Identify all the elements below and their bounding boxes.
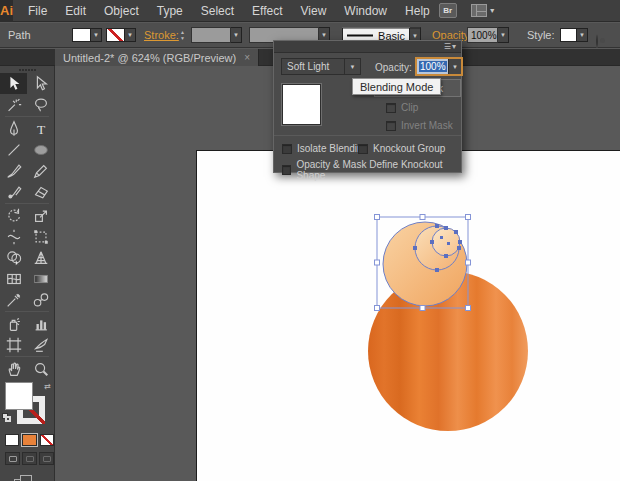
- menu-item-file[interactable]: File: [19, 0, 56, 22]
- tool-paintbrush[interactable]: [0, 160, 27, 181]
- none-button[interactable]: [40, 434, 54, 446]
- slice-icon: [32, 336, 50, 354]
- invert-mask-checkbox[interactable]: Invert Mask: [386, 120, 453, 131]
- style-select[interactable]: ▼: [560, 28, 588, 42]
- tool-zoom[interactable]: [27, 358, 54, 379]
- document-tab[interactable]: Untitled-2* @ 624% (RGB/Preview) ×: [55, 49, 259, 66]
- toolbar-separator: [5, 203, 49, 204]
- invert-mask-checkbox-box[interactable]: [386, 121, 396, 131]
- scale-icon: [32, 207, 50, 225]
- tool-artboard[interactable]: [0, 334, 27, 355]
- stroke-dropdown-arrow[interactable]: ▼: [125, 28, 136, 42]
- document-tab-title: Untitled-2* @ 624% (RGB/Preview): [63, 52, 236, 64]
- blend-mode-select[interactable]: Soft Light ▼: [281, 58, 361, 75]
- tool-direct-selection[interactable]: [27, 73, 54, 94]
- tool-perspective-grid[interactable]: [27, 247, 54, 268]
- tool-shape-builder[interactable]: [0, 247, 27, 268]
- tab-close-icon[interactable]: ×: [244, 52, 250, 63]
- opacity-select[interactable]: 100% ▼: [467, 27, 509, 43]
- tools-panel: T ⇄: [0, 66, 55, 481]
- panel-opacity-field[interactable]: 100% ▼: [415, 57, 463, 76]
- tool-ellipse[interactable]: [27, 139, 54, 160]
- clip-checkbox[interactable]: Clip: [386, 102, 418, 113]
- swap-fill-stroke-icon[interactable]: ⇄: [44, 382, 51, 391]
- tool-width[interactable]: [0, 226, 27, 247]
- panel-header[interactable]: ☰▾: [274, 41, 461, 53]
- gradient-button[interactable]: [22, 434, 36, 446]
- orange-circle-artwork[interactable]: [368, 271, 528, 431]
- draw-behind-button[interactable]: [22, 452, 37, 465]
- magic-wand-icon: [5, 96, 23, 114]
- default-fill-stroke-icon[interactable]: [2, 413, 12, 423]
- color-type-row: [0, 430, 54, 446]
- knockout-group-checkbox[interactable]: Knockout Group: [358, 143, 445, 154]
- style-dropdown-arrow[interactable]: ▼: [577, 28, 588, 42]
- isolate-blending-checkbox[interactable]: Isolate Blending: [282, 143, 368, 154]
- menu-item-help[interactable]: Help: [396, 0, 439, 22]
- screen-mode-button[interactable]: [14, 475, 32, 481]
- fill-swatch[interactable]: [72, 28, 91, 42]
- stroke-color-picker[interactable]: ▼: [106, 28, 136, 42]
- isolate-blending-checkbox-box[interactable]: [282, 144, 292, 154]
- selection-type-label: Path: [8, 29, 31, 41]
- panel-opacity-arrow-icon[interactable]: ▼: [448, 59, 461, 74]
- stroke-weight-field[interactable]: [191, 27, 231, 43]
- style-swatch[interactable]: [560, 28, 577, 42]
- fill-color-picker[interactable]: ▼: [72, 28, 102, 42]
- tool-pen[interactable]: [0, 118, 27, 139]
- tool-lasso[interactable]: [27, 94, 54, 115]
- object-thumbnail[interactable]: [282, 84, 321, 125]
- clip-checkbox-box[interactable]: [386, 103, 396, 113]
- draw-inside-button[interactable]: [39, 452, 54, 465]
- menu-item-view[interactable]: View: [292, 0, 336, 22]
- tool-column-graph[interactable]: [27, 313, 54, 334]
- stroke-weight-select[interactable]: ▼: [191, 27, 242, 43]
- blend-icon: [32, 291, 50, 309]
- fill-indicator[interactable]: [5, 382, 33, 410]
- tool-mesh[interactable]: [0, 268, 27, 289]
- tool-magic-wand[interactable]: [0, 94, 27, 115]
- workspace-switcher[interactable]: ▼: [471, 4, 496, 17]
- tool-slice[interactable]: [27, 334, 54, 355]
- tool-eraser[interactable]: [27, 181, 54, 202]
- tool-scale[interactable]: [27, 205, 54, 226]
- tool-symbol-sprayer[interactable]: [0, 313, 27, 334]
- chevron-down-icon: ▼: [489, 7, 496, 14]
- opacity-dropdown-arrow[interactable]: ▼: [498, 27, 509, 43]
- toolbar-grip[interactable]: [0, 66, 54, 73]
- tool-hand[interactable]: [0, 358, 27, 379]
- control-bar-options-icon[interactable]: [596, 34, 598, 48]
- stroke-weight-stepper[interactable]: ▲▼: [180, 30, 185, 41]
- tool-rotate[interactable]: [0, 205, 27, 226]
- fill-stroke-indicator: ⇄: [0, 382, 54, 430]
- color-button[interactable]: [5, 434, 19, 446]
- menu-item-type[interactable]: Type: [148, 0, 192, 22]
- stroke-weight-arrow[interactable]: ▼: [231, 27, 242, 43]
- menu-item-effect[interactable]: Effect: [243, 0, 291, 22]
- panel-menu-icon[interactable]: ☰▾: [444, 43, 457, 51]
- tool-eyedropper[interactable]: [0, 289, 27, 310]
- knockout-shape-checkbox[interactable]: Opacity & Mask Define Knockout Shape: [282, 159, 461, 181]
- tool-blend[interactable]: [27, 289, 54, 310]
- tool-free-transform[interactable]: [27, 226, 54, 247]
- menu-item-object[interactable]: Object: [95, 0, 148, 22]
- tool-selection[interactable]: [0, 73, 27, 94]
- tool-type[interactable]: T: [27, 118, 54, 139]
- knockout-group-checkbox-box[interactable]: [358, 144, 368, 154]
- stroke-link[interactable]: Stroke:: [144, 29, 179, 41]
- tool-pencil[interactable]: [27, 160, 54, 181]
- tool-blob-brush[interactable]: [0, 181, 27, 202]
- knockout-shape-checkbox-box[interactable]: [282, 165, 291, 175]
- opacity-value-field[interactable]: 100%: [467, 27, 498, 43]
- menu-item-select[interactable]: Select: [192, 0, 243, 22]
- draw-normal-button[interactable]: [5, 452, 20, 465]
- bridge-button[interactable]: Br: [439, 3, 457, 18]
- fill-dropdown-arrow[interactable]: ▼: [91, 28, 102, 42]
- tool-line-segment[interactable]: [0, 139, 27, 160]
- menu-item-edit[interactable]: Edit: [56, 0, 95, 22]
- pencil-icon: [32, 162, 50, 180]
- menu-item-window[interactable]: Window: [335, 0, 396, 22]
- panel-opacity-value[interactable]: 100%: [417, 59, 448, 74]
- tool-gradient[interactable]: [27, 268, 54, 289]
- stroke-none-swatch[interactable]: [106, 28, 125, 42]
